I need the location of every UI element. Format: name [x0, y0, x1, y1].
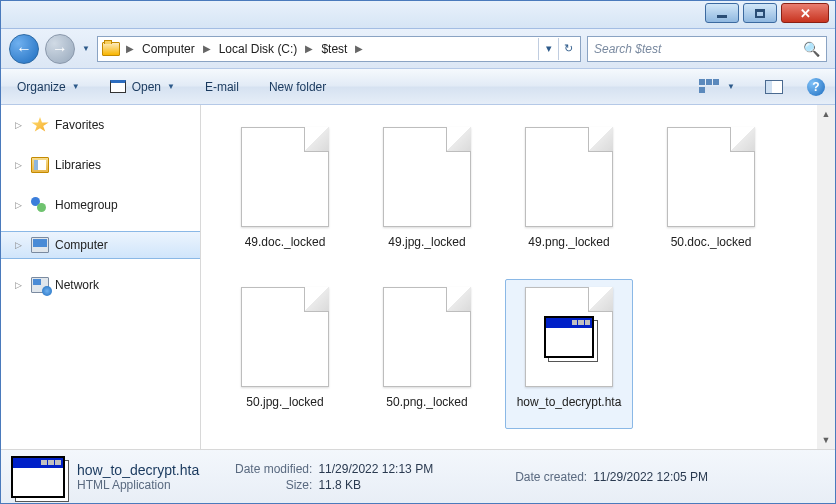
file-item[interactable]: 50.png._locked [363, 279, 491, 429]
nav-history-dropdown[interactable]: ▼ [81, 34, 91, 64]
back-button[interactable]: ← [9, 34, 39, 64]
details-modified-value: 11/29/2022 12:13 PM [318, 462, 433, 476]
email-button[interactable]: E-mail [199, 77, 245, 97]
star-icon [31, 117, 49, 133]
hta-icon [544, 316, 594, 358]
view-icon [699, 79, 721, 95]
close-button[interactable]: ✕ [781, 3, 829, 23]
expand-icon: ▷ [15, 200, 25, 210]
expand-icon: ▷ [15, 160, 25, 170]
file-item[interactable]: 49.jpg._locked [363, 119, 491, 269]
breadcrumb-root-sep[interactable]: ▶ [124, 37, 136, 61]
chevron-down-icon: ▼ [72, 82, 80, 91]
scroll-up-button[interactable]: ▲ [817, 105, 835, 123]
details-pane: how_to_decrypt.hta HTML Application Date… [1, 449, 835, 503]
titlebar: ✕ [1, 1, 835, 29]
content-area: 49.doc._locked49.jpg._locked49.png._lock… [201, 105, 835, 449]
breadcrumb-sep[interactable]: ▶ [353, 37, 365, 61]
details-filetype: HTML Application [77, 478, 217, 492]
breadcrumb-localdisk[interactable]: Local Disk (C:) [213, 37, 304, 61]
vertical-scrollbar[interactable]: ▲ ▼ [817, 105, 835, 449]
file-item[interactable]: how_to_decrypt.hta [505, 279, 633, 429]
search-input[interactable]: Search $test 🔍 [587, 36, 827, 62]
address-bar[interactable]: ▶ Computer ▶ Local Disk (C:) ▶ $test ▶ ▾… [97, 36, 581, 62]
generic-file-icon [241, 127, 329, 227]
file-item[interactable]: 50.doc._locked [647, 119, 775, 269]
generic-file-icon [383, 287, 471, 387]
nav-homegroup[interactable]: ▷Homegroup [1, 191, 200, 219]
explorer-window: ✕ ← → ▼ ▶ Computer ▶ Local Disk (C:) ▶ $… [0, 0, 836, 504]
details-size-value: 11.8 KB [318, 478, 433, 492]
homegroup-icon [31, 197, 49, 213]
refresh-button[interactable]: ↻ [558, 38, 578, 60]
file-item[interactable]: 50.jpg._locked [221, 279, 349, 429]
close-icon: ✕ [800, 7, 811, 20]
help-button[interactable]: ? [807, 78, 825, 96]
minimize-button[interactable] [705, 3, 739, 23]
forward-button[interactable]: → [45, 34, 75, 64]
pane-icon [765, 80, 783, 94]
nav-bar: ← → ▼ ▶ Computer ▶ Local Disk (C:) ▶ $te… [1, 29, 835, 69]
nav-libraries[interactable]: ▷Libraries [1, 151, 200, 179]
file-label: 49.png._locked [526, 235, 611, 251]
computer-icon [31, 237, 49, 253]
arrow-right-icon: → [52, 41, 68, 57]
breadcrumb-test[interactable]: $test [315, 37, 353, 61]
scroll-down-button[interactable]: ▼ [817, 431, 835, 449]
generic-file-icon [383, 127, 471, 227]
new-folder-button[interactable]: New folder [263, 77, 332, 97]
breadcrumb-sep[interactable]: ▶ [303, 37, 315, 61]
expand-icon: ▷ [15, 240, 25, 250]
organize-button[interactable]: Organize▼ [11, 77, 86, 97]
chevron-down-icon: ▼ [167, 82, 175, 91]
file-list[interactable]: 49.doc._locked49.jpg._locked49.png._lock… [201, 105, 817, 449]
breadcrumb-sep[interactable]: ▶ [201, 37, 213, 61]
minimize-icon [717, 15, 727, 18]
view-button[interactable]: ▼ [693, 76, 741, 98]
details-filename: how_to_decrypt.hta [77, 462, 217, 478]
nav-computer[interactable]: ▷Computer [1, 231, 200, 259]
generic-file-icon [667, 127, 755, 227]
nav-network[interactable]: ▷Network [1, 271, 200, 299]
file-label: 50.jpg._locked [244, 395, 325, 411]
command-bar: Organize▼ Open▼ E-mail New folder ▼ ? [1, 69, 835, 105]
network-icon [31, 277, 49, 293]
details-created-value: 11/29/2022 12:05 PM [593, 470, 708, 484]
hta-icon [11, 456, 65, 498]
details-size-label: Size: [235, 478, 312, 492]
generic-file-icon [525, 127, 613, 227]
open-icon [110, 80, 126, 93]
maximize-button[interactable] [743, 3, 777, 23]
hta-file-icon [525, 287, 613, 387]
libraries-icon [31, 157, 49, 173]
chevron-down-icon: ▼ [727, 82, 735, 91]
file-label: 50.png._locked [384, 395, 469, 411]
navigation-pane: ▷Favorites ▷Libraries ▷Homegroup ▷Comput… [1, 105, 201, 449]
nav-favorites[interactable]: ▷Favorites [1, 111, 200, 139]
file-item[interactable]: 49.png._locked [505, 119, 633, 269]
file-label: 49.jpg._locked [386, 235, 467, 251]
preview-pane-button[interactable] [759, 77, 789, 97]
arrow-left-icon: ← [16, 41, 32, 57]
generic-file-icon [241, 287, 329, 387]
breadcrumb-computer[interactable]: Computer [136, 37, 201, 61]
file-label: 50.doc._locked [669, 235, 754, 251]
search-placeholder: Search $test [594, 42, 803, 56]
maximize-icon [755, 9, 765, 18]
folder-icon [102, 42, 120, 56]
expand-icon: ▷ [15, 280, 25, 290]
details-modified-label: Date modified: [235, 462, 312, 476]
open-button[interactable]: Open▼ [104, 77, 181, 97]
file-label: 49.doc._locked [243, 235, 328, 251]
file-item[interactable]: 49.doc._locked [221, 119, 349, 269]
address-dropdown[interactable]: ▾ [538, 38, 558, 60]
file-label: how_to_decrypt.hta [515, 395, 624, 411]
explorer-body: ▷Favorites ▷Libraries ▷Homegroup ▷Comput… [1, 105, 835, 449]
expand-icon: ▷ [15, 120, 25, 130]
search-icon: 🔍 [803, 41, 820, 57]
details-created-label: Date created: [515, 470, 587, 484]
